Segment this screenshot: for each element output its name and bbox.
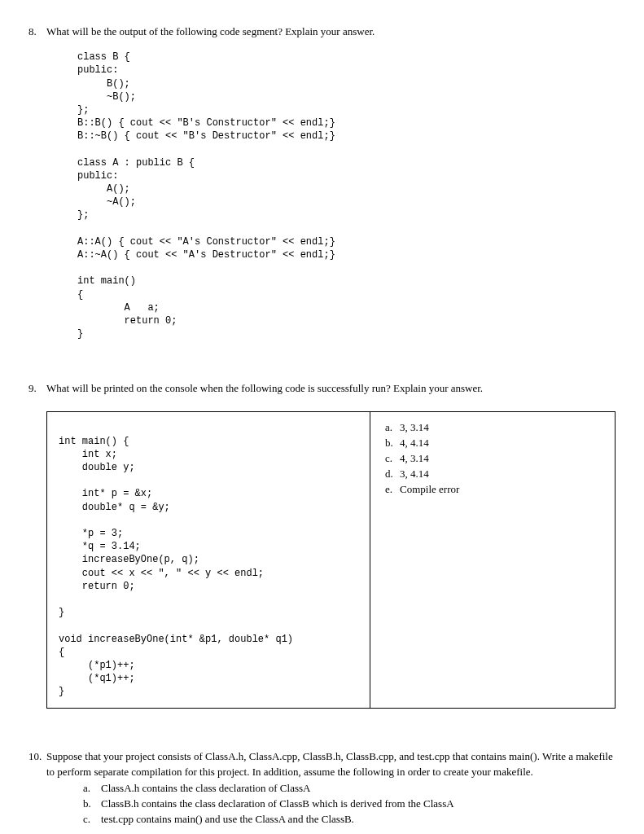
option-c-letter: c. — [382, 451, 400, 466]
question-10-number: 10. — [28, 749, 46, 764]
question-9-code-cell: int main() { int x; double y; int* p = &… — [47, 412, 370, 709]
question-9-container: int main() { int x; double y; int* p = &… — [46, 411, 616, 709]
question-9-option-list: a. 3, 3.14 b. 4, 4.14 c. 4, 3.14 d. 3, 4… — [382, 420, 603, 498]
option-a-text: 3, 3.14 — [400, 420, 429, 435]
question-10-text: Suppose that your project consists of Cl… — [46, 749, 616, 779]
option-d: d. 3, 4.14 — [382, 467, 603, 481]
option-b-letter: b. — [382, 436, 400, 450]
q10-subitem-b: b. ClassB.h contains the class declarati… — [83, 797, 616, 811]
question-9: 9. What will be printed on the console w… — [28, 381, 616, 709]
q10-subitem-a-text: ClassA.h contains the class declaration … — [101, 781, 310, 796]
option-d-text: 3, 4.14 — [400, 467, 429, 481]
option-d-letter: d. — [382, 467, 400, 481]
question-9-header: 9. What will be printed on the console w… — [28, 381, 616, 396]
question-9-number: 9. — [28, 381, 46, 396]
q10-subitem-a-letter: a. — [83, 781, 101, 796]
option-c: c. 4, 3.14 — [382, 451, 603, 466]
option-c-text: 4, 3.14 — [400, 451, 429, 466]
question-10-body: a. ClassA.h contains the class declarati… — [46, 781, 616, 827]
question-8-code: class B { public: B(); ~B(); }; B::B() {… — [77, 50, 616, 340]
option-b: b. 4, 4.14 — [382, 436, 603, 450]
question-9-options-cell: a. 3, 3.14 b. 4, 4.14 c. 4, 3.14 d. 3, 4… — [370, 412, 615, 709]
option-a: a. 3, 3.14 — [382, 420, 603, 435]
question-9-code: int main() { int x; double y; int* p = &… — [59, 422, 358, 699]
q10-subitem-c: c. test.cpp contains main() and use the … — [83, 812, 616, 827]
question-10-header: 10. Suppose that your project consists o… — [28, 749, 616, 779]
question-9-text: What will be printed on the console when… — [46, 381, 616, 396]
option-e-text: Compile error — [400, 482, 459, 497]
question-8-number: 8. — [28, 24, 46, 39]
question-8: 8. What will be the output of the follow… — [28, 24, 616, 340]
option-b-text: 4, 4.14 — [400, 436, 429, 450]
q10-subitem-c-letter: c. — [83, 812, 101, 827]
option-e: e. Compile error — [382, 482, 603, 497]
option-a-letter: a. — [382, 420, 400, 435]
option-e-letter: e. — [382, 482, 400, 497]
question-8-header: 8. What will be the output of the follow… — [28, 24, 616, 39]
q10-subitem-a: a. ClassA.h contains the class declarati… — [83, 781, 616, 796]
q10-subitem-b-text: ClassB.h contains the class declaration … — [101, 797, 454, 811]
q10-subitem-c-text: test.cpp contains main() and use the Cla… — [101, 812, 354, 827]
question-10-sublist: a. ClassA.h contains the class declarati… — [83, 781, 616, 827]
question-10: 10. Suppose that your project consists o… — [28, 749, 616, 827]
question-8-text: What will be the output of the following… — [46, 24, 616, 39]
q10-subitem-b-letter: b. — [83, 797, 101, 811]
